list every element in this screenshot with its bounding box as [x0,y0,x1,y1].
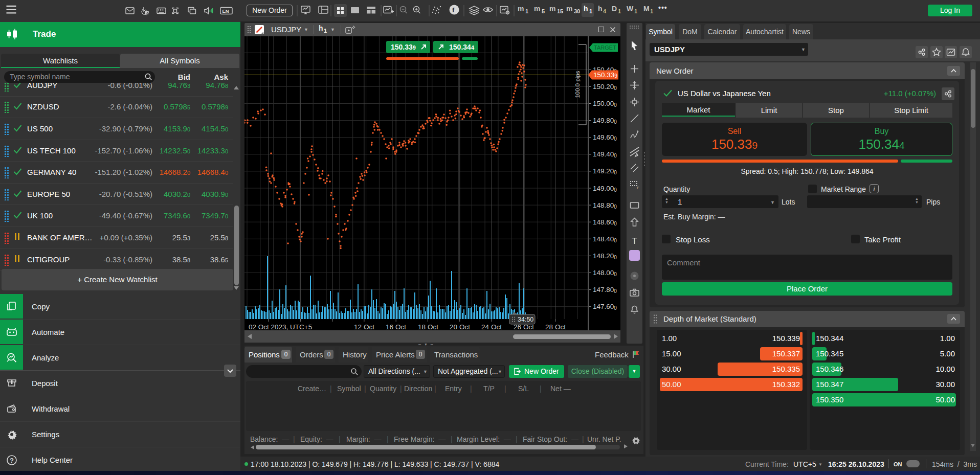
svg-text:34:50: 34:50 [518,316,533,323]
svg-text:147.600: 147.600 [593,303,617,311]
svg-text:T: T [632,236,637,246]
svg-text:20 Oct: 20 Oct [450,323,470,330]
svg-text:147.800: 147.800 [593,286,617,294]
svg-text:149.800: 149.800 [593,117,617,125]
svg-text:148.600: 148.600 [593,218,617,227]
svg-text:28 Oct: 28 Oct [545,323,566,330]
svg-text:12 Oct: 12 Oct [354,323,374,330]
svg-text:?: ? [10,457,14,464]
svg-text:24 Oct: 24 Oct [481,323,502,330]
svg-text:148.800: 148.800 [593,201,617,210]
svg-text:149.000: 149.000 [593,185,617,193]
svg-text:149.600: 149.600 [593,133,617,142]
svg-text:F: F [637,186,639,190]
svg-text:150.000: 150.000 [593,100,617,108]
svg-text:100.0 pips: 100.0 pips [574,71,581,98]
svg-text:f: f [452,6,455,14]
svg-text:148.000: 148.000 [593,269,617,277]
svg-text:TARGET: TARGET [594,44,616,51]
svg-text:16 Oct: 16 Oct [386,323,406,330]
svg-text:150.339: 150.339 [593,71,617,79]
svg-text:149.200: 149.200 [593,167,617,175]
svg-text:149.400: 149.400 [593,150,617,159]
svg-text:148.400: 148.400 [593,235,617,243]
svg-text:150.200: 150.200 [593,83,617,91]
svg-text:18 Oct: 18 Oct [418,323,438,330]
svg-text:148.200: 148.200 [593,252,617,260]
svg-text:02 Oct 2023, UTC+5: 02 Oct 2023, UTC+5 [249,323,312,330]
